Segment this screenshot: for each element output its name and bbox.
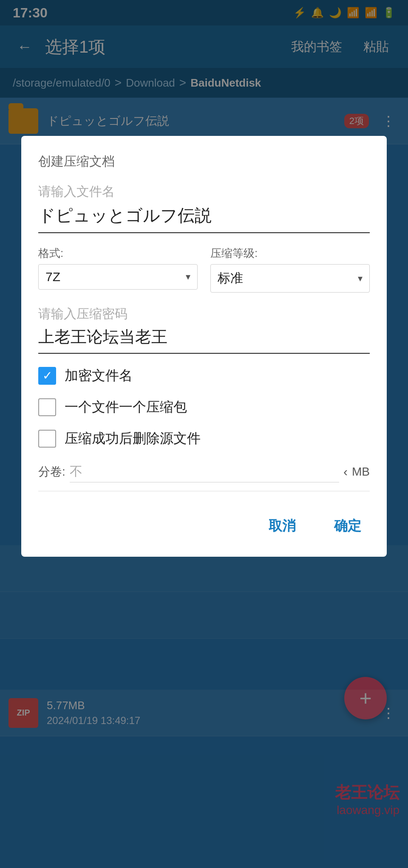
checkbox-one-file-row: 一个文件一个压缩包: [38, 398, 370, 417]
checkbox-delete-source-label: 压缩成功后删除源文件: [65, 429, 201, 448]
level-group: 压缩等级: 标准 ▾: [210, 246, 370, 293]
format-group: 格式: 7Z ▾: [38, 246, 198, 290]
format-level-row: 格式: 7Z ▾ 压缩等级: 标准 ▾: [38, 246, 370, 293]
checkbox-one-file[interactable]: [38, 398, 56, 416]
confirm-button[interactable]: 确定: [326, 513, 370, 540]
format-label: 格式:: [38, 246, 198, 261]
format-dropdown-icon: ▾: [186, 271, 190, 282]
format-value: 7Z: [45, 270, 186, 284]
password-placeholder-label: 请输入压缩密码: [38, 305, 370, 323]
checkbox-delete-source[interactable]: [38, 430, 56, 448]
password-input[interactable]: 上老王论坛当老王: [38, 326, 370, 354]
filename-placeholder-label: 请输入文件名: [38, 183, 370, 200]
level-value: 标准: [218, 270, 358, 287]
dialog-title: 创建压缩文档: [38, 153, 370, 170]
level-dropdown-icon: ▾: [358, 273, 363, 284]
dialog-actions: 取消 确定: [38, 508, 370, 540]
create-archive-dialog: 创建压缩文档 请输入文件名 ドピュッとゴルフ伝説 格式: 7Z ▾ 压缩等级: …: [21, 136, 387, 557]
volume-label: 分卷:: [38, 464, 65, 480]
filename-input[interactable]: ドピュッとゴルフ伝説: [38, 204, 370, 233]
volume-unit: MB: [352, 465, 370, 479]
format-select[interactable]: 7Z ▾: [38, 264, 198, 290]
level-select[interactable]: 标准 ▾: [210, 264, 370, 293]
volume-chevron-icon: ‹: [343, 465, 348, 479]
volume-row: 分卷: ‹ MB: [38, 461, 370, 491]
checkmark-icon: ✓: [42, 370, 52, 382]
checkbox-encrypt-filename-row: ✓ 加密文件名: [38, 366, 370, 385]
checkbox-encrypt-filename[interactable]: ✓: [38, 367, 56, 385]
checkbox-encrypt-filename-label: 加密文件名: [65, 366, 133, 385]
checkbox-delete-source-row: 压缩成功后删除源文件: [38, 429, 370, 448]
cancel-button[interactable]: 取消: [260, 513, 304, 540]
checkbox-one-file-label: 一个文件一个压缩包: [65, 398, 187, 417]
volume-input[interactable]: [70, 461, 339, 482]
level-label: 压缩等级:: [210, 246, 370, 261]
